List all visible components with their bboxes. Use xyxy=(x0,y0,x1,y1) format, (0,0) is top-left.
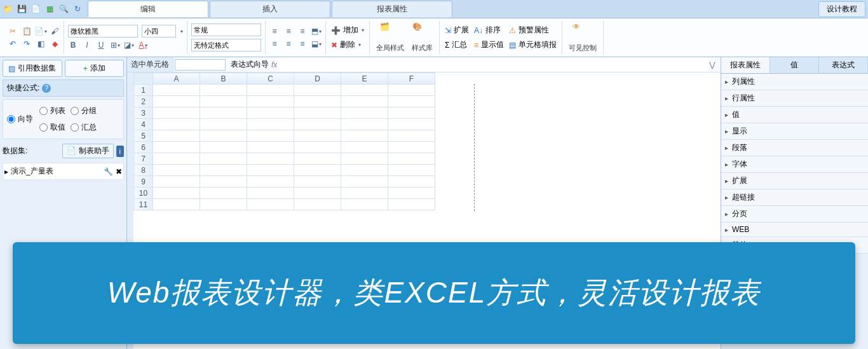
row-header[interactable]: 3 xyxy=(134,107,153,119)
clear-icon[interactable]: ◆ xyxy=(50,39,60,49)
summary-button[interactable]: Σ汇总 xyxy=(444,39,470,51)
design-tutorial-button[interactable]: 设计教程 xyxy=(818,1,865,17)
grid-cell[interactable] xyxy=(153,188,200,199)
row-header[interactable]: 11 xyxy=(134,199,153,210)
grid-cell[interactable] xyxy=(200,165,247,176)
grid-cell[interactable] xyxy=(153,85,200,96)
dataset-config-icon[interactable]: 🔧 xyxy=(104,167,113,176)
font-family-select[interactable] xyxy=(68,25,138,38)
tab-edit[interactable]: 编辑 xyxy=(88,1,208,17)
col-header[interactable]: E xyxy=(341,73,388,85)
grid-cell[interactable] xyxy=(341,176,388,188)
grid-cell[interactable] xyxy=(341,130,388,142)
list-radio[interactable] xyxy=(39,107,48,115)
summary-radio[interactable] xyxy=(71,123,79,132)
align-middle-icon[interactable]: ≡ xyxy=(283,26,294,36)
wrap-text-icon[interactable]: ⬓▾ xyxy=(311,39,322,49)
grid-cell[interactable] xyxy=(247,119,294,130)
grid-cell[interactable] xyxy=(294,165,341,176)
grid-cell[interactable] xyxy=(388,107,435,119)
formula-collapse-icon[interactable]: ⋁ xyxy=(709,60,715,69)
grid-cell[interactable] xyxy=(388,96,435,107)
grid-cell[interactable] xyxy=(247,153,294,165)
expand-button[interactable]: ⇲扩展 xyxy=(444,24,470,36)
save-icon[interactable]: 💾 xyxy=(17,4,27,14)
grid-cell[interactable] xyxy=(341,188,388,199)
preview-icon[interactable]: 🔍 xyxy=(58,4,69,14)
font-color-button[interactable]: A▾ xyxy=(138,40,148,50)
style-lib-button[interactable]: 🎨 样式库 xyxy=(409,22,435,53)
grid-cell[interactable] xyxy=(341,85,388,96)
grid-cell[interactable] xyxy=(200,188,247,199)
grid-cell[interactable] xyxy=(200,176,247,188)
col-header[interactable]: A xyxy=(153,73,200,85)
prop-item[interactable]: ▸超链接 xyxy=(721,189,868,206)
rp-tab-props[interactable]: 报表属性 xyxy=(721,57,770,73)
prop-item[interactable]: ▸显示 xyxy=(721,123,868,140)
dataset-remove-icon[interactable]: ✖ xyxy=(116,167,122,176)
prop-item[interactable]: ▸扩展 xyxy=(721,173,868,189)
grid-cell[interactable] xyxy=(153,96,200,107)
grid-cell[interactable] xyxy=(153,107,200,119)
row-header[interactable]: 1 xyxy=(134,85,153,96)
refresh-icon[interactable]: ↻ xyxy=(72,4,83,14)
grid-cell[interactable] xyxy=(153,176,200,188)
row-header[interactable]: 4 xyxy=(134,119,153,130)
dataset-item[interactable]: ▸ 演示_产量表 🔧 ✖ xyxy=(3,163,124,180)
col-header[interactable]: F xyxy=(388,73,435,85)
global-style-button[interactable]: 🗂️ 全局样式 xyxy=(374,22,407,53)
ref-dataset-button[interactable]: ▤引用数据集 xyxy=(3,60,62,77)
visible-control-button[interactable]: 👁 可见控制 xyxy=(566,22,599,53)
grid-cell[interactable] xyxy=(200,96,247,107)
alert-props-button[interactable]: ⚠预警属性 xyxy=(508,24,558,36)
grid-cell[interactable] xyxy=(388,142,435,153)
align-left-icon[interactable]: ≡ xyxy=(269,39,280,49)
grid-cell[interactable] xyxy=(341,199,388,210)
format-style-select[interactable] xyxy=(191,39,261,51)
grid-cell[interactable] xyxy=(247,85,294,96)
grid-cell[interactable] xyxy=(341,153,388,165)
prop-item[interactable]: ▸字体 xyxy=(721,156,868,173)
col-header[interactable]: C xyxy=(247,73,294,85)
grid-corner[interactable] xyxy=(134,73,153,85)
redo-icon[interactable]: ↷ xyxy=(22,39,32,49)
save-as-icon[interactable]: 📄 xyxy=(31,4,41,14)
grid-cell[interactable] xyxy=(153,165,200,176)
grid-cell[interactable] xyxy=(294,107,341,119)
row-header[interactable]: 10 xyxy=(134,188,153,199)
grid-cell[interactable] xyxy=(200,142,247,153)
fx-icon[interactable]: fx xyxy=(271,60,277,69)
prop-item[interactable]: ▸值 xyxy=(721,107,868,123)
grid-cell[interactable] xyxy=(294,96,341,107)
rp-tab-expr[interactable]: 表达式 xyxy=(819,57,868,73)
tab-insert[interactable]: 插入 xyxy=(210,1,330,17)
prop-item[interactable]: ▸分页 xyxy=(721,206,868,222)
bold-button[interactable]: B xyxy=(68,40,78,50)
grid-cell[interactable] xyxy=(388,176,435,188)
copy-icon[interactable]: 📋 xyxy=(22,26,32,36)
align-top-icon[interactable]: ≡ xyxy=(269,26,280,36)
grid-cell[interactable] xyxy=(388,153,435,165)
grid-cell[interactable] xyxy=(294,176,341,188)
grid-cell[interactable] xyxy=(247,130,294,142)
prop-item[interactable]: ▸段落 xyxy=(721,140,868,156)
grid-cell[interactable] xyxy=(388,85,435,96)
grid-cell[interactable] xyxy=(294,199,341,210)
undo-icon[interactable]: ↶ xyxy=(8,39,18,49)
grid-cell[interactable] xyxy=(153,119,200,130)
font-dropdown-icon[interactable]: ▾ xyxy=(180,29,183,34)
grid-cell[interactable] xyxy=(388,199,435,210)
add-dataset-button[interactable]: +添加 xyxy=(65,60,125,77)
dataset-info-button[interactable]: i xyxy=(116,146,124,157)
eraser-icon[interactable]: ◧ xyxy=(36,39,46,49)
cell-fill-button[interactable]: ▤单元格填报 xyxy=(508,39,558,51)
table-helper-button[interactable]: 📄 制表助手 xyxy=(62,144,113,158)
cell-reference-input[interactable] xyxy=(175,59,226,71)
rp-tab-value[interactable]: 值 xyxy=(770,57,819,73)
grid-cell[interactable] xyxy=(247,188,294,199)
grid-cell[interactable] xyxy=(200,130,247,142)
delete-row-button[interactable]: ✖删除▾ xyxy=(330,39,365,51)
font-size-select[interactable] xyxy=(142,25,176,38)
grid-cell[interactable] xyxy=(388,130,435,142)
row-header[interactable]: 8 xyxy=(134,165,153,176)
